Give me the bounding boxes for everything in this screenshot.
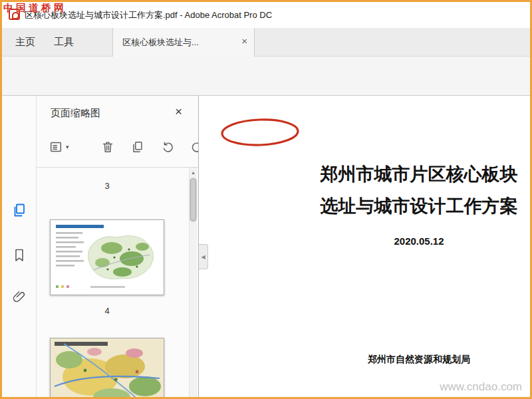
document-author: 郑州市自然资源和规划局 [309,354,529,366]
rotate-left-icon[interactable] [158,137,178,157]
document-title-line1: 郑州市城市片区核心板块 [309,162,529,186]
rotate-right-icon[interactable] [187,137,199,157]
delete-pages-icon[interactable] [98,137,118,157]
navigation-rail [2,96,37,397]
thumbnail-options-icon[interactable] [46,137,66,157]
tab-tools[interactable]: 工具 [45,28,83,57]
document-text-block: 郑州市城市片区核心板块 选址与城市设计工作方案 2020.05.12 郑州市自然… [309,96,529,397]
page3-label: 3 [37,181,178,191]
acrobat-window: 区核心板块选址与城市设计工作方案.pdf - Adobe Acrobat Pro… [0,0,532,399]
document-tab-label: 区核心板块选址与... [122,37,199,49]
bookmarks-icon[interactable] [10,246,29,265]
page4-label: 4 [37,306,178,316]
close-tab-icon[interactable]: × [241,35,247,47]
title-bar: 区核心板块选址与城市设计工作方案.pdf - Adobe Acrobat Pro… [2,2,530,28]
main-toolbar: 1 / 11 ▾ ••• [2,57,530,96]
document-date: 2020.05.12 [309,235,529,247]
page4-thumbnail[interactable] [50,219,164,295]
collapse-left-icon: ◀ [201,254,205,260]
insert-pages-icon[interactable] [128,137,148,157]
scroll-up-icon[interactable]: ▲ [190,168,197,175]
attachments-icon[interactable] [10,287,29,306]
panel-close-icon[interactable]: × [175,104,182,119]
thumbnail-scrollbar[interactable]: ▲ [189,168,197,397]
document-page[interactable]: 郑州市城市片区核心板块 选址与城市设计工作方案 2020.05.12 郑州市自然… [200,96,530,397]
panel-collapse-handle[interactable]: ◀ [199,244,208,269]
page-thumbnails-panel: 页面缩略图 × ▾ ▲ 3 [37,96,199,397]
tab-home[interactable]: 主页 [6,28,45,57]
tab-document[interactable]: 区核心板块选址与... × [112,28,255,57]
panel-title: 页面缩略图 [51,107,100,120]
tab-bar: 主页 工具 区核心板块选址与... × [2,28,530,57]
site-watermark-top: 中国道桥网 [3,2,66,15]
panel-divider [37,167,198,168]
site-watermark-bottom: www.cndao.com [440,380,522,394]
scrollbar-thumb[interactable] [190,178,196,221]
page-thumbnails-icon[interactable] [10,201,29,219]
thumbnail-options-caret-icon: ▾ [66,144,69,150]
document-title-line2: 选址与城市设计工作方案 [309,194,529,218]
page5-thumbnail[interactable] [50,338,164,397]
